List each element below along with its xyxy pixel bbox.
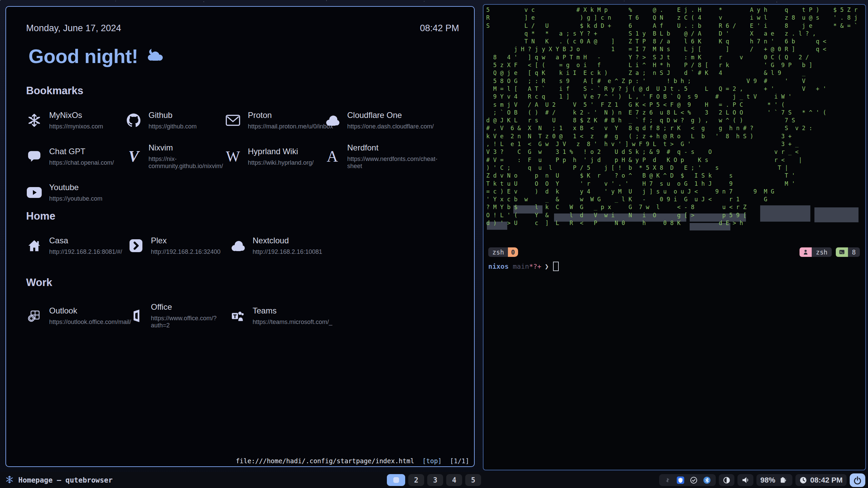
bookmark-nerdfont[interactable]: A Nerdfont https://www.nerdfonts.com/che… <box>324 143 423 170</box>
battery-charging-icon <box>779 476 788 484</box>
kdeconnect-icon[interactable] <box>664 477 671 484</box>
section-title: Work <box>26 277 464 289</box>
clock-icon <box>800 476 807 484</box>
workspace-2[interactable]: 2 <box>408 474 424 486</box>
bookmark-url: https://chat.openai.com/ <box>49 159 114 166</box>
bookmark-label: Youtube <box>49 183 102 192</box>
section-title: Home <box>26 210 464 222</box>
bookmark-chatgpt[interactable]: Chat GPT https://chat.openai.com/ <box>26 143 125 170</box>
mail-icon <box>225 112 241 128</box>
bookmark-label: Chat GPT <box>49 147 114 156</box>
bookmark-label: Nixvim <box>149 143 225 152</box>
terminal-window[interactable]: 5 v c # X k M p % @ . E j . H * A y h q … <box>483 4 866 470</box>
prompt-host: nixos <box>488 262 509 270</box>
outlook-icon <box>26 308 42 324</box>
bookmark-label: Outlook <box>49 306 131 316</box>
check-circle-icon[interactable] <box>690 476 697 484</box>
bookmark-url: https://one.dash.cloudflare.com/ <box>347 123 434 130</box>
clock-time: 08:42 PM <box>810 476 843 485</box>
bookmark-url: https://outlook.office.com/mail/ <box>49 319 131 326</box>
bookmark-url: https://wiki.hyprland.org/ <box>248 159 314 166</box>
workspace-3[interactable]: 3 <box>427 474 443 486</box>
bookmark-url: https://www.nerdfonts.com/cheat-sheet <box>347 156 437 170</box>
cloud-icon <box>230 238 246 254</box>
bookmark-office[interactable]: Office https://www.office.com/?auth=2 <box>128 302 230 329</box>
bookmark-casa[interactable]: Casa http://192.168.2.16:8081/#/ <box>26 236 128 256</box>
taskbar: Homepage — qutebrowser 2 3 4 5 <box>0 472 868 488</box>
workspace-1-active[interactable] <box>387 474 405 486</box>
bookmark-url: https://mail.proton.me/u/0/inbox <box>248 123 333 130</box>
bitwarden-shield-icon[interactable] <box>677 476 684 484</box>
bookmark-github[interactable]: Github https://github.com <box>125 110 225 130</box>
bookmark-teams[interactable]: Teams https://teams.microsoft.com/_ <box>230 302 331 329</box>
statusbar-scroll-position: [top] <box>422 457 442 465</box>
active-window-title: Homepage — qutebrowser <box>18 476 113 484</box>
tab-zsh[interactable]: zsh 0 <box>488 247 518 257</box>
power-icon <box>853 476 862 485</box>
workspace-5[interactable]: 5 <box>465 474 481 486</box>
volume-icon <box>742 476 749 484</box>
bookmark-nixvim[interactable]: V Nixvim https://nix-community.github.io… <box>125 143 225 170</box>
volume-module[interactable] <box>737 474 753 486</box>
section-work: Work Outlook https://outlook.office.com/… <box>26 277 464 329</box>
plex-chevron-icon <box>128 238 144 254</box>
bookmark-mynixos[interactable]: MyNixOs https://mynixos.com <box>26 110 125 130</box>
bookmark-url: https://www.office.com/?auth=2 <box>151 315 230 329</box>
wiki-w-icon: W <box>225 148 241 165</box>
bookmark-proton[interactable]: Proton https://mail.proton.me/u/0/inbox <box>225 110 324 130</box>
letter-a-icon: A <box>324 148 340 165</box>
tab-shell-label: zsh <box>488 247 508 257</box>
active-workspace-dot <box>393 477 399 483</box>
workspace-switcher: 2 3 4 5 <box>387 474 481 486</box>
bookmark-url: https://mynixos.com <box>49 123 103 130</box>
night-light-module[interactable] <box>719 474 734 486</box>
moon-cloud-icon <box>145 45 166 67</box>
section-bookmarks: Bookmarks MyNixOs https://mynixos.com <box>26 85 464 202</box>
bookmark-url: https://nix-community.github.io/nixvim/ <box>149 156 225 170</box>
github-icon <box>125 112 142 128</box>
chat-bubble-icon <box>26 148 42 165</box>
office-icon <box>128 308 144 324</box>
clock-module[interactable]: 08:42 PM <box>795 474 847 486</box>
bookmark-hyprland-wiki[interactable]: W Hyprland Wiki https://wiki.hyprland.or… <box>225 143 324 170</box>
section-home: Home Casa http://192.168.2.16:8081/#/ P <box>26 210 464 256</box>
bookmark-url: http://192.168.2.16:32400 <box>151 248 220 256</box>
greeting-heading: Good night! <box>28 45 166 67</box>
pane-count-indicator[interactable]: 8 <box>836 247 860 257</box>
pane-count: 8 <box>848 247 860 257</box>
statusbar-tab-counter: [1/1] <box>450 457 469 465</box>
bookmark-label: Nextcloud <box>253 236 322 245</box>
house-icon <box>26 238 42 254</box>
prompt-git-branch: main <box>513 262 529 270</box>
bookmark-label: Nerdfont <box>347 143 437 152</box>
qutebrowser-statusbar: file:///home/hadi/.config/startpage/inde… <box>236 457 469 465</box>
night-light-icon <box>723 476 730 484</box>
bookmark-label: Teams <box>253 306 332 316</box>
active-window-module[interactable]: Homepage — qutebrowser <box>5 475 113 485</box>
shell-prompt[interactable]: nixos main *?+ ❯ <box>488 262 559 271</box>
battery-module[interactable]: 98% <box>756 474 792 486</box>
bookmark-url: http://192.168.2.16:8081/#/ <box>49 248 122 256</box>
bluetooth-icon[interactable] <box>703 476 711 484</box>
section-title: Bookmarks <box>26 85 464 97</box>
bookmark-plex[interactable]: Plex http://192.168.2.16:32400 <box>128 236 230 256</box>
qutebrowser-window[interactable]: Monday, June 17, 2024 08:42 PM Good nigh… <box>5 6 475 467</box>
bookmark-nextcloud[interactable]: Nextcloud http://192.168.2.16:10081 <box>230 236 331 256</box>
workspace-4[interactable]: 4 <box>446 474 462 486</box>
bookmark-label: Hyprland Wiki <box>248 147 314 156</box>
taskbar-right-modules: 98% 08:42 PM <box>659 473 865 487</box>
terminal-cursor <box>553 262 559 271</box>
bookmark-cloudflare-one[interactable]: Cloudflare One https://one.dash.cloudfla… <box>324 110 423 130</box>
greeting-text: Good night! <box>28 45 138 67</box>
youtube-icon <box>26 184 42 201</box>
user-icon <box>800 247 812 257</box>
vim-v-icon: V <box>125 148 142 165</box>
bookmark-label: Proton <box>248 110 333 120</box>
bookmark-youtube[interactable]: Youtube https://youtube.com <box>26 183 125 202</box>
desktop: Monday, June 17, 2024 08:42 PM Good nigh… <box>0 0 868 488</box>
session-indicator[interactable]: zsh <box>800 247 831 257</box>
bookmark-label: Github <box>149 110 197 120</box>
power-button[interactable] <box>850 473 865 487</box>
bookmark-outlook[interactable]: Outlook https://outlook.office.com/mail/ <box>26 302 128 329</box>
bookmark-url: https://youtube.com <box>49 195 102 202</box>
